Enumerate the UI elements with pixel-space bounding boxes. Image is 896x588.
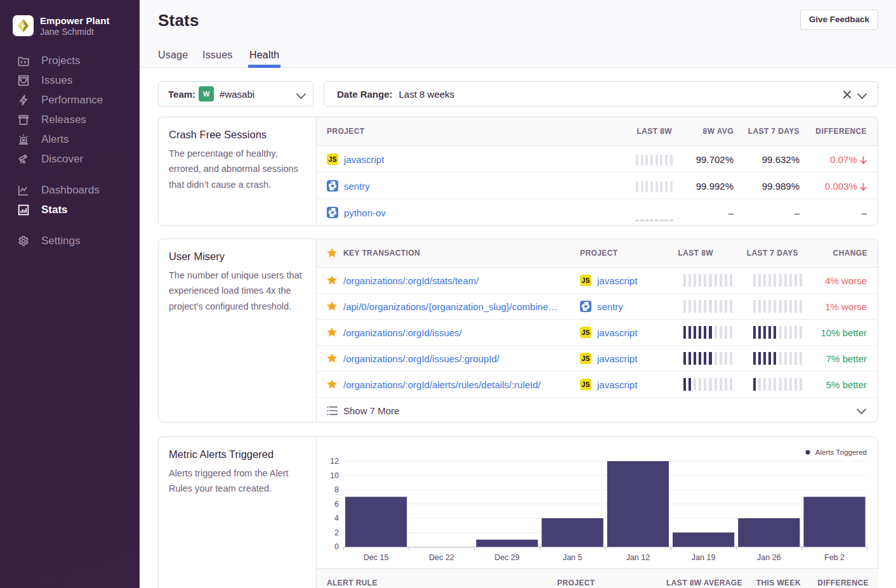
svg-text:Dec 29: Dec 29 [494,553,520,562]
svg-text:Dec 22: Dec 22 [429,553,454,562]
svg-text:6: 6 [334,500,339,509]
svg-text:Jan 26: Jan 26 [757,553,781,562]
svg-text:Jan 12: Jan 12 [626,553,650,562]
svg-text:8: 8 [334,485,339,494]
svg-text:12: 12 [330,457,339,466]
svg-text:Alerts Triggered: Alerts Triggered [815,448,867,456]
svg-text:Feb 2: Feb 2 [824,553,845,562]
svg-text:Jan 19: Jan 19 [692,553,716,562]
svg-text:4: 4 [334,514,339,523]
svg-text:2: 2 [334,528,339,537]
svg-text:Jan 5: Jan 5 [563,553,583,562]
svg-text:Dec 15: Dec 15 [364,553,389,562]
svg-text:0: 0 [334,542,339,551]
svg-text:10: 10 [330,471,339,480]
